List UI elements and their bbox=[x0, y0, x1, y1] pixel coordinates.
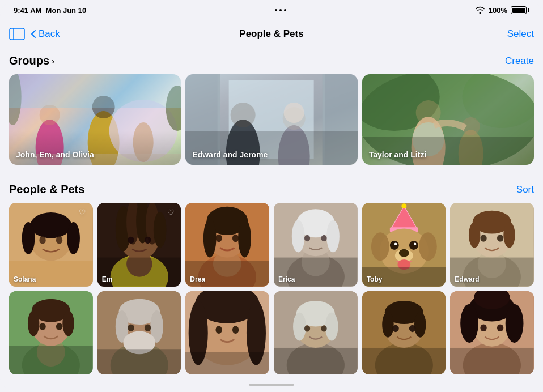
person-card-drea[interactable]: Drea bbox=[185, 203, 269, 287]
person-card-p11[interactable] bbox=[362, 291, 446, 375]
svg-point-39 bbox=[56, 236, 62, 244]
svg-point-107 bbox=[56, 323, 62, 330]
person-card-p9[interactable] bbox=[185, 291, 269, 375]
svg-point-87 bbox=[414, 242, 417, 245]
svg-point-84 bbox=[390, 241, 399, 250]
wifi-icon bbox=[475, 6, 485, 14]
svg-point-35 bbox=[30, 212, 71, 238]
people-grid-row2 bbox=[9, 291, 534, 375]
status-bar: 9:41 AM Mon Jun 10 100% bbox=[0, 0, 543, 20]
svg-point-59 bbox=[238, 219, 251, 257]
group-card-edward-jerome[interactable]: Edward and Jerome bbox=[185, 74, 357, 165]
svg-point-140 bbox=[382, 312, 393, 337]
sidebar-toggle-icon[interactable] bbox=[9, 28, 25, 40]
svg-point-152 bbox=[481, 324, 487, 331]
svg-rect-10 bbox=[9, 74, 181, 108]
svg-point-51 bbox=[145, 237, 151, 244]
person-name-edward: Edward bbox=[455, 275, 479, 283]
svg-point-143 bbox=[409, 325, 415, 331]
person-name-erica: Erica bbox=[278, 275, 295, 283]
svg-point-117 bbox=[145, 324, 151, 331]
person-card-p7[interactable] bbox=[9, 291, 93, 375]
dot-3 bbox=[284, 9, 286, 11]
svg-point-97 bbox=[497, 235, 503, 241]
groups-title: Groups bbox=[9, 54, 49, 67]
groups-title-row[interactable]: Groups › bbox=[9, 54, 54, 67]
svg-point-124 bbox=[216, 326, 222, 334]
svg-rect-108 bbox=[9, 346, 93, 374]
svg-point-77 bbox=[401, 203, 406, 208]
svg-rect-0 bbox=[10, 28, 24, 40]
svg-rect-118 bbox=[97, 349, 181, 374]
svg-point-149 bbox=[461, 304, 479, 342]
person-card-erica[interactable]: Erica bbox=[274, 203, 358, 287]
person-name-em: Em bbox=[102, 275, 113, 283]
svg-point-132 bbox=[325, 312, 338, 340]
person-face-edward bbox=[450, 203, 534, 287]
person-card-p10[interactable] bbox=[274, 291, 358, 375]
svg-point-38 bbox=[39, 236, 45, 244]
select-button[interactable]: Select bbox=[507, 28, 534, 40]
group-label-1: John, Em, and Olivia bbox=[16, 150, 94, 159]
svg-point-142 bbox=[392, 325, 398, 331]
svg-point-82 bbox=[398, 249, 409, 257]
person-face-p12 bbox=[450, 291, 534, 375]
group-label-3: Taylor and Litzi bbox=[369, 150, 427, 159]
svg-rect-154 bbox=[450, 348, 534, 375]
svg-point-61 bbox=[232, 235, 239, 242]
person-face-p7 bbox=[9, 291, 93, 375]
svg-point-85 bbox=[409, 241, 418, 250]
back-chevron-icon bbox=[31, 29, 36, 39]
svg-point-106 bbox=[39, 323, 45, 330]
dot-2 bbox=[279, 9, 282, 11]
group-label-2: Edward and Jerome bbox=[192, 150, 268, 159]
svg-point-134 bbox=[321, 325, 326, 331]
person-name-drea: Drea bbox=[190, 275, 205, 283]
battery-icon bbox=[511, 6, 529, 14]
group-card-john-em-olivia[interactable]: John, Em, and Olivia bbox=[9, 74, 181, 165]
heart-icon-solana: ♡ bbox=[77, 207, 88, 218]
svg-point-116 bbox=[128, 324, 134, 331]
heart-icon-em: ♡ bbox=[165, 207, 176, 218]
person-face-drea bbox=[185, 203, 269, 287]
people-title: People & Pets bbox=[9, 183, 84, 196]
groups-section-header: Groups › Create bbox=[9, 48, 534, 67]
svg-point-79 bbox=[371, 232, 389, 261]
svg-point-70 bbox=[304, 235, 310, 241]
svg-point-68 bbox=[292, 220, 305, 253]
svg-point-104 bbox=[28, 310, 39, 336]
svg-rect-12 bbox=[9, 131, 181, 165]
sort-button[interactable]: Sort bbox=[516, 184, 534, 195]
svg-point-96 bbox=[481, 235, 487, 241]
device-frame: 9:41 AM Mon Jun 10 100% bbox=[0, 0, 543, 392]
person-card-p12[interactable] bbox=[450, 291, 534, 375]
person-face-p8 bbox=[97, 291, 181, 375]
nav-left: Back bbox=[9, 28, 60, 40]
svg-point-150 bbox=[506, 304, 524, 342]
person-card-edward[interactable]: Edward bbox=[450, 203, 534, 287]
people-section-header: People & Pets Sort bbox=[9, 176, 534, 196]
person-card-solana[interactable]: ♡ Solana bbox=[9, 203, 93, 287]
svg-point-36 bbox=[22, 222, 35, 254]
person-card-em[interactable]: ♡ Em bbox=[97, 203, 181, 287]
person-face-p10 bbox=[274, 291, 358, 375]
groups-grid: John, Em, and Olivia bbox=[9, 74, 534, 165]
svg-point-105 bbox=[62, 310, 74, 336]
svg-rect-135 bbox=[274, 348, 358, 375]
person-card-p8[interactable] bbox=[97, 291, 181, 375]
person-face-erica bbox=[274, 203, 358, 287]
svg-point-50 bbox=[128, 237, 134, 244]
scroll-dot bbox=[249, 384, 294, 386]
svg-point-19 bbox=[284, 103, 304, 123]
page-title: People & Pets bbox=[239, 28, 303, 40]
svg-point-58 bbox=[203, 219, 217, 257]
create-button[interactable]: Create bbox=[505, 56, 534, 67]
svg-rect-22 bbox=[185, 131, 357, 165]
person-face-p11 bbox=[362, 291, 446, 375]
person-card-toby[interactable]: Toby bbox=[362, 203, 446, 287]
svg-point-153 bbox=[497, 324, 503, 331]
group-card-taylor-litzi[interactable]: Taylor and Litzi bbox=[362, 74, 534, 165]
svg-point-141 bbox=[414, 312, 426, 337]
back-button[interactable]: Back bbox=[31, 28, 60, 40]
svg-point-86 bbox=[394, 242, 397, 245]
